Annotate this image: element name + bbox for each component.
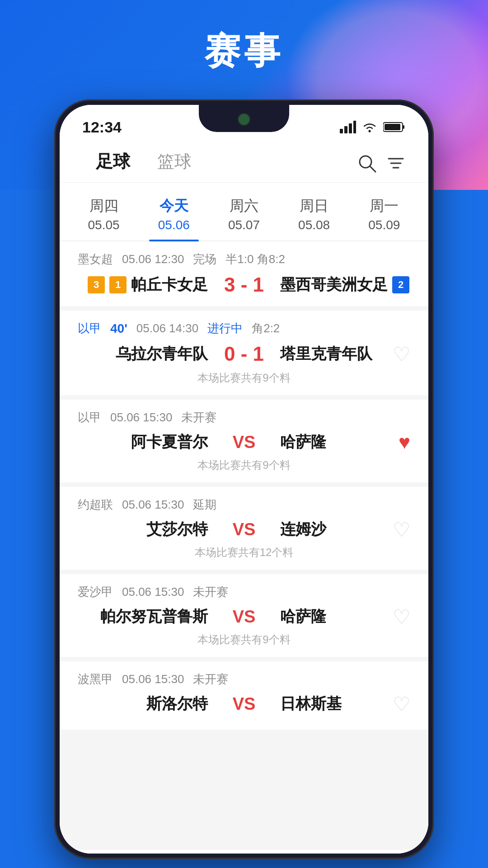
match-card-4[interactable]: 约超联 05.06 15:30 延期 艾莎尔特 VS — [60, 487, 428, 570]
match-card-2[interactable]: 以甲 40' 05.06 14:30 进行中 角2:2 乌拉尔青年队 0 - 1 — [60, 311, 428, 395]
away-badge-1: 2 — [392, 276, 409, 293]
tab-football[interactable]: 足球 — [82, 150, 144, 173]
league-name-5: 爱沙甲 — [78, 584, 113, 600]
date-picker: 周四 05.05 今天 05.06 周六 05.07 周日 05.08 周一 — [60, 183, 428, 241]
date-sun[interactable]: 周日 05.08 — [289, 192, 339, 241]
match-teams-2: 乌拉尔青年队 0 - 1 塔里克青年队 ♡ — [78, 343, 410, 365]
filter-icon[interactable] — [386, 150, 406, 173]
favorite-btn-5[interactable]: ♡ — [393, 605, 410, 628]
svg-line-9 — [370, 166, 375, 172]
league-name-6: 波黑甲 — [78, 671, 113, 687]
match-time-6: 05.06 15:30 — [122, 672, 184, 686]
home-team-1: 帕丘卡女足 — [131, 274, 208, 295]
match-card-5[interactable]: 爱沙甲 05.06 15:30 未开赛 帕尔努瓦普鲁斯 VS — [60, 574, 428, 657]
home-team-4: 艾莎尔特 — [146, 519, 208, 540]
score-area-2: 0 - 1 — [208, 343, 280, 365]
date-sat[interactable]: 周六 05.07 — [219, 192, 269, 241]
team-home-4: 艾莎尔特 — [78, 519, 208, 540]
home-badge-1b: 1 — [109, 276, 127, 293]
live-minute-2: 40' — [110, 321, 127, 336]
away-team-3: 哈萨隆 — [280, 432, 326, 453]
home-team-5: 帕尔努瓦普鲁斯 — [100, 606, 208, 627]
match-teams-4: 艾莎尔特 VS 连姆沙 ♡ — [78, 519, 410, 540]
match-card-6[interactable]: 波黑甲 05.06 15:30 未开赛 斯洛尔特 VS — [60, 661, 428, 730]
favorite-btn-4[interactable]: ♡ — [393, 518, 410, 541]
match-note-3: 本场比赛共有9个料 — [78, 458, 410, 472]
phone-frame: 12:34 — [54, 99, 434, 859]
match-list: 墨女超 05.06 12:30 完场 半1:0 角8:2 3 1 帕丘卡女足 — [60, 241, 428, 850]
team-home-3: 阿卡夏普尔 — [78, 432, 208, 453]
match-teams-1: 3 1 帕丘卡女足 3 - 1 墨西哥美洲女足 2 — [78, 274, 410, 296]
home-team-6: 斯洛尔特 — [146, 693, 208, 714]
status-icons — [340, 121, 406, 133]
match-time-5: 05.06 15:30 — [122, 585, 184, 599]
match-card-1[interactable]: 墨女超 05.06 12:30 完场 半1:0 角8:2 3 1 帕丘卡女足 — [60, 241, 428, 306]
match-note-5: 本场比赛共有9个料 — [78, 632, 410, 647]
away-team-2: 塔里克青年队 — [280, 344, 372, 364]
match-teams-3: 阿卡夏普尔 VS 哈萨隆 ♥ — [78, 432, 410, 453]
team-home-5: 帕尔努瓦普鲁斯 — [78, 606, 208, 627]
tab-basketball[interactable]: 篮球 — [144, 150, 205, 173]
battery-icon — [383, 121, 406, 133]
team-away-4: 连姆沙 — [280, 519, 410, 540]
league-name-2: 以甲 — [78, 321, 101, 336]
match-corner-2: 角2:2 — [252, 321, 280, 336]
score-1: 3 - 1 — [224, 274, 264, 296]
match-corner-1: 半1:0 角8:2 — [225, 251, 285, 267]
svg-point-4 — [369, 130, 371, 132]
score-5: VS — [233, 607, 256, 627]
match-time-1: 05.06 12:30 — [122, 252, 184, 266]
search-icon[interactable] — [357, 150, 377, 173]
match-body-2: 乌拉尔青年队 0 - 1 塔里克青年队 ♡ — [78, 343, 410, 365]
match-body-1: 3 1 帕丘卡女足 3 - 1 墨西哥美洲女足 2 — [78, 274, 410, 296]
svg-rect-0 — [340, 129, 343, 133]
match-status-5: 未开赛 — [193, 584, 228, 600]
match-time-4: 05.06 15:30 — [122, 498, 184, 512]
svg-rect-2 — [349, 123, 352, 133]
match-header-3: 以甲 05.06 15:30 未开赛 — [78, 410, 410, 425]
away-team-5: 哈萨隆 — [280, 606, 326, 627]
page-title: 赛事 — [0, 27, 488, 76]
home-team-2: 乌拉尔青年队 — [116, 344, 208, 364]
favorite-btn-6[interactable]: ♡ — [393, 693, 410, 716]
team-away-2: 塔里克青年队 — [280, 344, 410, 364]
date-thu[interactable]: 周四 05.05 — [79, 192, 129, 241]
date-today[interactable]: 今天 05.06 — [149, 192, 199, 241]
favorite-btn-2[interactable]: ♡ — [393, 343, 410, 366]
svg-rect-7 — [385, 124, 400, 130]
svg-rect-6 — [403, 125, 404, 129]
match-header-1: 墨女超 05.06 12:30 完场 半1:0 角8:2 — [78, 251, 410, 267]
team-away-1: 墨西哥美洲女足 2 — [280, 274, 410, 295]
team-home-2: 乌拉尔青年队 — [78, 344, 208, 364]
score-area-3: VS — [208, 433, 280, 452]
away-team-4: 连姆沙 — [280, 519, 326, 540]
date-mon[interactable]: 周一 05.09 — [359, 192, 409, 241]
app-content: 足球 篮球 — [60, 141, 428, 854]
away-team-1: 墨西哥美洲女足 — [280, 274, 388, 295]
match-status-3: 未开赛 — [181, 410, 216, 425]
camera — [238, 113, 250, 126]
home-team-3: 阿卡夏普尔 — [131, 432, 208, 453]
match-header-4: 约超联 05.06 15:30 延期 — [78, 497, 410, 513]
favorite-btn-3[interactable]: ♥ — [399, 431, 410, 453]
score-2: 0 - 1 — [224, 343, 264, 365]
team-home-1: 3 1 帕丘卡女足 — [78, 274, 208, 295]
league-name-4: 约超联 — [78, 497, 113, 513]
match-body-4: 艾莎尔特 VS 连姆沙 ♡ — [78, 519, 410, 540]
match-status-2: 进行中 — [207, 321, 243, 336]
team-away-3: 哈萨隆 — [280, 432, 410, 453]
signal-icon — [340, 121, 356, 133]
away-team-6: 日林斯基 — [280, 693, 342, 714]
wifi-icon — [361, 121, 378, 133]
score-area-1: 3 - 1 — [208, 274, 280, 296]
score-4: VS — [233, 520, 256, 539]
match-card-3[interactable]: 以甲 05.06 15:30 未开赛 阿卡夏普尔 VS — [60, 400, 428, 482]
team-home-6: 斯洛尔特 — [78, 693, 208, 714]
notch — [199, 105, 289, 132]
match-body-6: 斯洛尔特 VS 日林斯基 ♡ — [78, 693, 410, 714]
match-teams-5: 帕尔努瓦普鲁斯 VS 哈萨隆 ♡ — [78, 606, 410, 627]
match-body-3: 阿卡夏普尔 VS 哈萨隆 ♥ — [78, 432, 410, 453]
match-body-5: 帕尔努瓦普鲁斯 VS 哈萨隆 ♡ — [78, 606, 410, 627]
score-6: VS — [233, 694, 256, 714]
svg-rect-1 — [344, 126, 347, 133]
